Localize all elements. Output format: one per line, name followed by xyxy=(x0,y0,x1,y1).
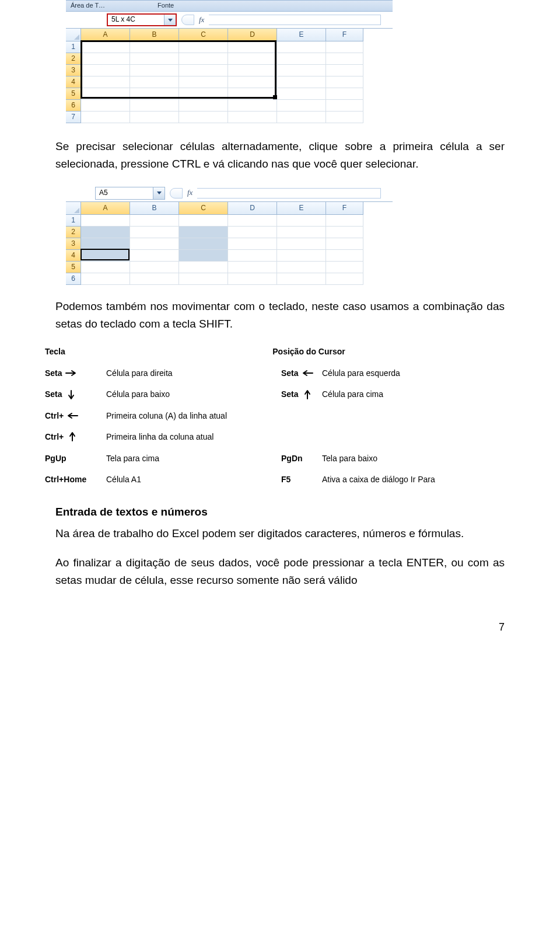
cell[interactable] xyxy=(81,53,130,65)
row-header[interactable]: 2 xyxy=(66,227,81,238)
cell[interactable] xyxy=(130,112,179,123)
row-header[interactable]: 3 xyxy=(66,65,81,76)
cell[interactable] xyxy=(326,227,363,238)
cell[interactable] xyxy=(130,273,179,285)
col-header[interactable]: E xyxy=(277,29,326,41)
cell[interactable] xyxy=(277,215,326,227)
cell[interactable] xyxy=(228,76,277,88)
row-header[interactable]: 3 xyxy=(66,238,81,250)
col-header[interactable]: D xyxy=(228,29,277,41)
cell[interactable] xyxy=(277,65,326,76)
select-all-corner[interactable] xyxy=(66,29,81,41)
cell[interactable] xyxy=(81,273,130,285)
row-header[interactable]: 4 xyxy=(66,76,81,88)
cell[interactable] xyxy=(228,88,277,100)
cell[interactable] xyxy=(228,65,277,76)
col-header[interactable]: C xyxy=(179,29,228,41)
cell[interactable] xyxy=(277,262,326,273)
cell[interactable] xyxy=(130,76,179,88)
row-header[interactable]: 5 xyxy=(66,262,81,273)
cell[interactable] xyxy=(277,41,326,53)
cell[interactable] xyxy=(179,262,228,273)
cell[interactable] xyxy=(130,238,179,250)
cell[interactable] xyxy=(179,65,228,76)
cell[interactable] xyxy=(130,250,179,262)
row-header[interactable]: 6 xyxy=(66,273,81,285)
cell[interactable] xyxy=(326,262,363,273)
cell[interactable] xyxy=(130,262,179,273)
cell[interactable] xyxy=(228,238,277,250)
col-header[interactable]: D xyxy=(228,202,277,215)
fx-button[interactable] xyxy=(181,15,194,25)
row-header[interactable]: 7 xyxy=(66,112,81,123)
cell[interactable] xyxy=(81,100,130,112)
cell[interactable] xyxy=(228,227,277,238)
cell[interactable] xyxy=(326,53,363,65)
cell[interactable] xyxy=(277,227,326,238)
cell[interactable] xyxy=(228,41,277,53)
cell[interactable] xyxy=(179,227,228,238)
cell[interactable] xyxy=(81,262,130,273)
cell[interactable] xyxy=(277,238,326,250)
cell[interactable] xyxy=(130,227,179,238)
cell[interactable] xyxy=(228,112,277,123)
cell[interactable] xyxy=(326,76,363,88)
spreadsheet-grid[interactable]: 1 2 3 4 5 6 7 A B C D E F xyxy=(66,28,393,123)
col-header[interactable]: F xyxy=(326,29,363,41)
cell[interactable] xyxy=(130,65,179,76)
cell[interactable] xyxy=(81,215,130,227)
cell[interactable] xyxy=(277,53,326,65)
cell[interactable] xyxy=(277,250,326,262)
select-all-corner[interactable] xyxy=(66,202,81,215)
name-box[interactable]: A5 xyxy=(95,187,165,200)
cell[interactable] xyxy=(130,53,179,65)
cell[interactable] xyxy=(179,53,228,65)
cell[interactable] xyxy=(179,112,228,123)
cell[interactable] xyxy=(179,215,228,227)
cell[interactable] xyxy=(326,100,363,112)
cell[interactable] xyxy=(277,76,326,88)
name-box-dropdown[interactable] xyxy=(164,15,176,25)
cell[interactable] xyxy=(326,41,363,53)
cell[interactable] xyxy=(326,273,363,285)
cell[interactable] xyxy=(179,273,228,285)
cell[interactable] xyxy=(326,215,363,227)
col-header[interactable]: A xyxy=(81,202,130,215)
cell[interactable] xyxy=(130,100,179,112)
cell[interactable] xyxy=(228,262,277,273)
cell[interactable] xyxy=(179,76,228,88)
cell[interactable] xyxy=(179,250,228,262)
cell[interactable] xyxy=(81,41,130,53)
cell[interactable] xyxy=(326,250,363,262)
cell[interactable] xyxy=(130,88,179,100)
col-header[interactable]: B xyxy=(130,202,179,215)
cell[interactable] xyxy=(81,112,130,123)
cell[interactable] xyxy=(228,215,277,227)
row-header[interactable]: 1 xyxy=(66,41,81,53)
row-header[interactable]: 5 xyxy=(66,88,81,100)
cell[interactable] xyxy=(277,112,326,123)
name-box-highlighted[interactable]: 5L x 4C xyxy=(107,13,177,26)
row-header[interactable]: 2 xyxy=(66,53,81,65)
col-header[interactable]: E xyxy=(277,202,326,215)
cell[interactable] xyxy=(179,100,228,112)
cell[interactable] xyxy=(326,88,363,100)
cell[interactable] xyxy=(228,273,277,285)
name-box-dropdown[interactable] xyxy=(153,187,164,199)
cell[interactable] xyxy=(130,41,179,53)
cell[interactable] xyxy=(326,238,363,250)
row-header[interactable]: 4 xyxy=(66,250,81,262)
cell[interactable] xyxy=(179,238,228,250)
cell[interactable] xyxy=(228,100,277,112)
col-header[interactable]: C xyxy=(179,202,228,215)
formula-input[interactable] xyxy=(197,188,381,199)
cell[interactable] xyxy=(277,100,326,112)
cell[interactable] xyxy=(81,88,130,100)
cell[interactable] xyxy=(130,215,179,227)
cell[interactable] xyxy=(81,227,130,238)
cell[interactable] xyxy=(179,88,228,100)
row-header[interactable]: 1 xyxy=(66,215,81,227)
cell[interactable] xyxy=(81,65,130,76)
cell[interactable] xyxy=(277,88,326,100)
col-header[interactable]: A xyxy=(81,29,130,41)
